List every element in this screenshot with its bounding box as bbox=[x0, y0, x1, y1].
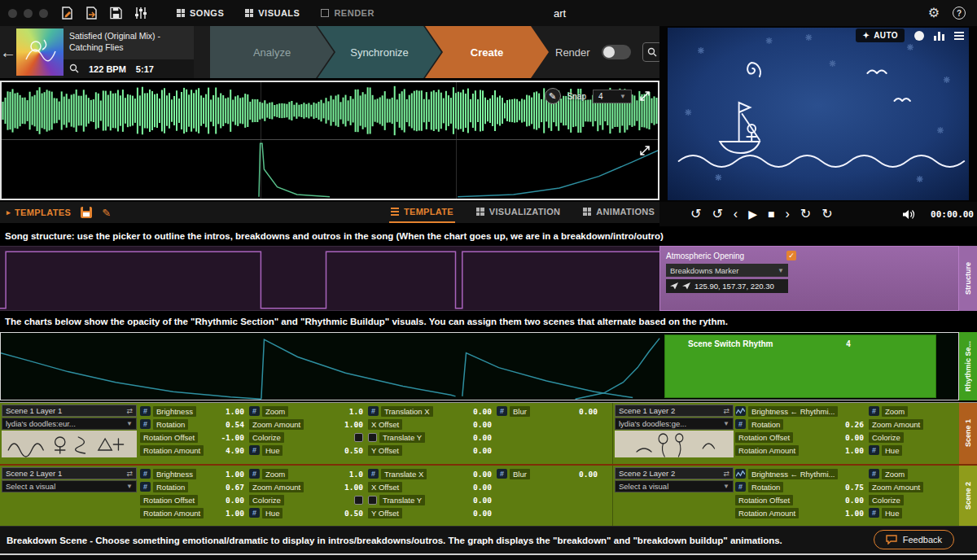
record-indicator-icon[interactable] bbox=[914, 31, 924, 41]
constant-value-icon[interactable]: # bbox=[249, 469, 260, 479]
param-value[interactable]: 1.0 bbox=[349, 407, 363, 416]
param-value[interactable]: 0.00 bbox=[226, 496, 244, 505]
step-render[interactable]: Render bbox=[555, 46, 590, 59]
constant-value-icon[interactable]: # bbox=[497, 469, 507, 479]
window-minimize-icon[interactable] bbox=[24, 9, 33, 18]
draw-tool-button[interactable]: ✎ bbox=[545, 88, 561, 104]
param-value[interactable]: 1.00 bbox=[344, 420, 363, 429]
step-synchronize[interactable]: Synchronize bbox=[318, 26, 441, 78]
save-template-icon[interactable] bbox=[81, 207, 92, 218]
param-label[interactable]: Hue bbox=[262, 445, 283, 456]
param-value[interactable]: 0.00 bbox=[579, 407, 598, 416]
param-label[interactable]: Brightness bbox=[153, 469, 196, 479]
structure-side-tab[interactable]: Structure bbox=[959, 246, 977, 311]
scene-2-side-tab[interactable]: Scene 2 bbox=[959, 466, 977, 526]
visual-dropdown[interactable]: Select a visual▼ bbox=[2, 480, 137, 492]
param-label[interactable]: Hue bbox=[882, 445, 902, 456]
param-value[interactable]: 0.50 bbox=[344, 446, 363, 455]
param-value[interactable]: 0.00 bbox=[473, 509, 492, 518]
constant-value-icon[interactable]: # bbox=[368, 469, 379, 479]
param-value[interactable]: 0.00 bbox=[473, 496, 492, 505]
param-value[interactable]: 1.00 bbox=[226, 509, 244, 518]
layer-swap-icon[interactable]: ⇄ bbox=[126, 407, 133, 415]
param-label[interactable]: Rotation bbox=[748, 482, 783, 492]
param-label[interactable]: Hue bbox=[882, 508, 902, 518]
tab-template[interactable]: TEMPLATE bbox=[389, 202, 455, 223]
param-label[interactable]: Rotation bbox=[748, 419, 783, 430]
window-controls[interactable] bbox=[0, 9, 58, 18]
album-art[interactable] bbox=[16, 28, 64, 76]
templates-toggle[interactable]: ▸ TEMPLATES bbox=[7, 208, 71, 217]
export-project-icon[interactable] bbox=[85, 7, 98, 20]
param-label[interactable]: Zoom Amount bbox=[249, 482, 304, 492]
param-label[interactable]: Brightness bbox=[153, 406, 196, 417]
constant-value-icon[interactable]: # bbox=[869, 406, 879, 416]
constant-value-icon[interactable]: # bbox=[249, 406, 260, 416]
param-label[interactable]: Colorize bbox=[869, 432, 904, 443]
save-project-icon[interactable] bbox=[110, 7, 122, 20]
param-value[interactable]: 0.75 bbox=[845, 483, 864, 492]
expand-buildup-icon[interactable] bbox=[638, 144, 651, 157]
constant-value-icon[interactable]: # bbox=[249, 445, 260, 455]
param-value[interactable]: -1.00 bbox=[221, 433, 244, 442]
param-label[interactable]: Colorize bbox=[249, 495, 284, 505]
param-value[interactable]: 1.00 bbox=[226, 407, 244, 416]
visual-dropdown[interactable]: lydia's doodles:ge...▼ bbox=[615, 418, 734, 430]
visual-dropdown[interactable]: lydia's doodles:eur...▼ bbox=[2, 418, 137, 430]
scene-switch-value[interactable]: 4 bbox=[846, 339, 851, 348]
video-preview[interactable]: ✦ AUTO bbox=[659, 26, 977, 202]
stop-button[interactable]: ■ bbox=[768, 208, 774, 220]
param-label[interactable]: Rotation Offset bbox=[140, 495, 198, 505]
param-label[interactable]: Rotation Offset bbox=[735, 495, 793, 505]
param-value[interactable]: 1.00 bbox=[845, 509, 864, 518]
param-checkbox[interactable] bbox=[354, 496, 363, 505]
param-label[interactable]: Brightness ← Rhythmi... bbox=[748, 469, 838, 479]
param-checkbox[interactable] bbox=[368, 496, 377, 505]
param-label[interactable]: Rotation Offset bbox=[735, 432, 793, 443]
param-label[interactable]: Brightness ← Rhythmi... bbox=[748, 406, 838, 417]
new-project-icon[interactable] bbox=[61, 7, 73, 20]
constant-value-icon[interactable]: # bbox=[497, 406, 507, 416]
loop-icon[interactable]: ↻ bbox=[800, 208, 811, 221]
param-value[interactable]: 0.00 bbox=[473, 433, 492, 442]
step-analyze[interactable]: Analyze bbox=[210, 26, 334, 78]
param-label[interactable]: Translate X bbox=[381, 469, 427, 479]
param-label[interactable]: Zoom Amount bbox=[869, 419, 923, 430]
buildup-graph[interactable] bbox=[2, 140, 658, 199]
levels-icon[interactable] bbox=[934, 31, 944, 41]
param-label[interactable]: Translate Y bbox=[379, 495, 425, 505]
param-label[interactable]: Zoom bbox=[882, 406, 908, 417]
constant-value-icon[interactable]: # bbox=[140, 482, 151, 492]
waveform-panel[interactable]: ✎ Snap 4▼ bbox=[0, 81, 659, 200]
auto-button[interactable]: ✦ AUTO bbox=[856, 28, 905, 42]
param-label[interactable]: X Offset bbox=[368, 482, 402, 492]
param-label[interactable]: Zoom bbox=[262, 406, 288, 417]
param-value[interactable]: 0.50 bbox=[344, 509, 363, 518]
constant-value-icon[interactable]: # bbox=[140, 469, 151, 479]
feedback-button[interactable]: Feedback bbox=[874, 530, 954, 549]
param-label[interactable]: Y Offset bbox=[368, 445, 402, 456]
param-label[interactable]: Translate Y bbox=[379, 432, 425, 443]
param-value[interactable]: 0.00 bbox=[845, 496, 864, 505]
constant-value-icon[interactable]: # bbox=[140, 419, 151, 429]
volume-icon[interactable] bbox=[902, 209, 915, 220]
param-label[interactable]: X Offset bbox=[368, 419, 402, 430]
waveform-link-icon[interactable] bbox=[735, 469, 746, 479]
constant-value-icon[interactable]: # bbox=[869, 469, 879, 479]
param-value[interactable]: 0.00 bbox=[473, 420, 492, 429]
param-value[interactable]: 0.00 bbox=[473, 446, 492, 455]
render-toggle[interactable] bbox=[602, 45, 631, 59]
play-button[interactable]: ▶ bbox=[748, 208, 757, 220]
visual-dropdown[interactable]: Select a visual▼ bbox=[615, 480, 734, 492]
param-label[interactable]: Hue bbox=[262, 508, 283, 518]
layer-swap-icon[interactable]: ⇄ bbox=[723, 470, 729, 478]
constant-value-icon[interactable]: # bbox=[735, 419, 746, 429]
visual-thumbnail[interactable] bbox=[615, 431, 734, 457]
forward-icon[interactable]: ↻ bbox=[821, 208, 832, 221]
param-label[interactable]: Rotation bbox=[153, 482, 188, 492]
waveform-link-icon[interactable] bbox=[735, 406, 746, 416]
param-label[interactable]: Zoom bbox=[262, 469, 288, 479]
param-value[interactable]: 1.0 bbox=[349, 470, 363, 479]
param-label[interactable]: Rotation Amount bbox=[140, 508, 204, 518]
param-value[interactable]: 1.00 bbox=[344, 483, 363, 492]
